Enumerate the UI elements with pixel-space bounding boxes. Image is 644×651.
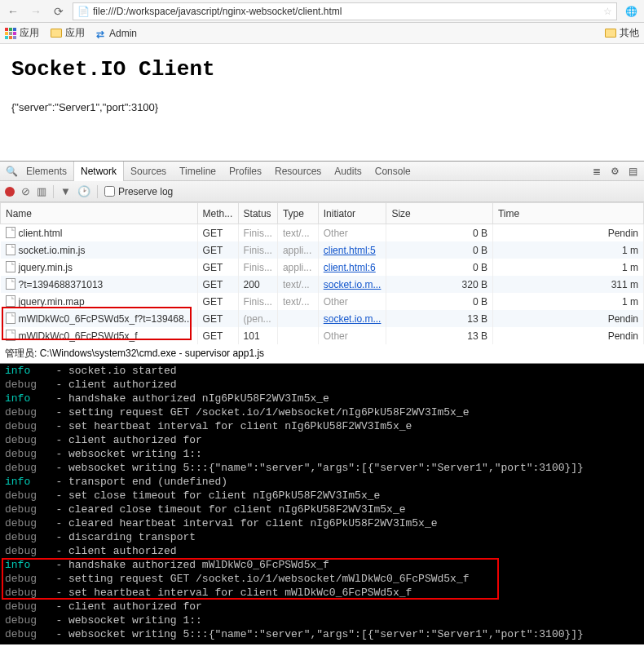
page-payload: {"server":"Server1","port":3100} bbox=[11, 101, 633, 113]
separator bbox=[97, 185, 98, 198]
page-title: Socket.IO Client bbox=[11, 57, 633, 82]
devtools-tab-profiles[interactable]: Profiles bbox=[223, 162, 268, 181]
devtools-tab-console[interactable]: Console bbox=[368, 162, 417, 181]
terminal-line: debug - client authorized for bbox=[0, 433, 644, 447]
network-table: Name Meth... Status Type Initiator Size … bbox=[0, 202, 644, 344]
file-icon bbox=[6, 312, 15, 324]
filter-button[interactable]: ▥ bbox=[37, 185, 46, 197]
file-icon bbox=[6, 244, 15, 255]
bookmark-admin[interactable]: ⇄ Admin bbox=[96, 28, 137, 39]
devtools-tab-audits[interactable]: Audits bbox=[328, 162, 368, 181]
page-content: Socket.IO Client {"server":"Server1","po… bbox=[0, 44, 644, 146]
globe-icon[interactable]: 🌐 bbox=[622, 2, 640, 20]
devtools-tab-sources[interactable]: Sources bbox=[124, 162, 173, 181]
preserve-log-label: Preserve log bbox=[118, 186, 173, 197]
terminal-line: debug - cleared heartbeat interval for c… bbox=[0, 516, 644, 530]
col-status[interactable]: Status bbox=[238, 203, 277, 224]
url-text: file:///D:/workspace/javascript/nginx-we… bbox=[93, 6, 342, 17]
terminal: 管理员: C:\Windows\system32\cmd.exe - super… bbox=[0, 344, 644, 644]
separator bbox=[53, 185, 54, 198]
initiator-link[interactable]: client.html:5 bbox=[324, 245, 376, 256]
network-toolbar: ⊘ ▥ ▼ 🕑 Preserve log bbox=[0, 181, 644, 202]
file-icon bbox=[6, 330, 15, 341]
table-row[interactable]: jquery.min.jsGETFinis...appli...client.h… bbox=[1, 259, 644, 276]
reload-button[interactable]: ⟳ bbox=[50, 2, 68, 20]
devtools-tab-resources[interactable]: Resources bbox=[268, 162, 328, 181]
initiator-link[interactable]: socket.io.m... bbox=[324, 313, 382, 325]
table-row[interactable]: socket.io.min.jsGETFinis...appli...clien… bbox=[1, 241, 644, 259]
file-icon bbox=[6, 278, 15, 290]
terminal-line: debug - setting request GET /socket.io/1… bbox=[0, 572, 644, 586]
terminal-line: debug - websocket writing 5:::{"name":"s… bbox=[0, 627, 644, 641]
filter-icon[interactable]: ▼ bbox=[60, 185, 71, 197]
bookmark-star-icon[interactable]: ☆ bbox=[603, 6, 612, 17]
devtools-right-buttons: ≣ ⚙ ▤ bbox=[589, 166, 641, 177]
drawer-toggle-icon[interactable]: ≣ bbox=[589, 166, 605, 177]
browser-toolbar: ← → ⟳ 📄 file:///D:/workspace/javascript/… bbox=[0, 0, 644, 23]
devtools-tab-network[interactable]: Network bbox=[73, 162, 124, 181]
terminal-line: info - transport end (undefined) bbox=[0, 475, 644, 489]
devtools-tabs: ElementsNetworkSourcesTimelineProfilesRe… bbox=[20, 162, 417, 181]
terminal-line: debug - client authorized bbox=[0, 544, 644, 558]
bookmark-label: Admin bbox=[109, 28, 137, 39]
devtools-tab-timeline[interactable]: Timeline bbox=[173, 162, 223, 181]
col-type[interactable]: Type bbox=[277, 203, 318, 224]
table-row[interactable]: mWlDkWc0_6FcPSWd5x_f?t=139468...GET(pen.… bbox=[1, 310, 644, 327]
table-header-row: Name Meth... Status Type Initiator Size … bbox=[1, 203, 644, 224]
bookmark-label: 其他 bbox=[620, 26, 639, 40]
terminal-title: 管理员: C:\Windows\system32\cmd.exe - super… bbox=[0, 344, 644, 364]
table-row[interactable]: client.htmlGETFinis...text/...Other0 BPe… bbox=[1, 224, 644, 242]
file-icon bbox=[6, 295, 15, 307]
terminal-line: debug - setting request GET /socket.io/1… bbox=[0, 405, 644, 419]
bookmark-other-folder[interactable]: 其他 bbox=[605, 26, 639, 40]
terminal-line: debug - client authorized bbox=[0, 378, 644, 392]
devtools-tab-bar: 🔍 ElementsNetworkSourcesTimelineProfiles… bbox=[0, 162, 644, 181]
terminal-line: debug - websocket writing 5:::{"name":"s… bbox=[0, 461, 644, 475]
table-row[interactable]: jquery.min.mapGETFinis...text/...Other0 … bbox=[1, 293, 644, 310]
inspect-icon[interactable]: 🔍 bbox=[3, 166, 20, 177]
settings-gear-icon[interactable]: ⚙ bbox=[607, 166, 623, 177]
apps-label: 应用 bbox=[20, 26, 39, 40]
terminal-line: debug - cleared close timeout for client… bbox=[0, 503, 644, 516]
file-icon bbox=[6, 227, 15, 238]
dock-icon[interactable]: ▤ bbox=[624, 166, 641, 177]
back-button[interactable]: ← bbox=[4, 2, 22, 20]
terminal-line: info - socket.io started bbox=[0, 364, 644, 378]
devtools-tab-elements[interactable]: Elements bbox=[20, 162, 73, 181]
terminal-line: debug - websocket writing 1:: bbox=[0, 613, 644, 627]
admin-icon: ⇄ bbox=[96, 29, 106, 38]
table-row[interactable]: mWlDkWc0_6FcPSWd5x_fGET101Other13 BPendi… bbox=[1, 327, 644, 344]
preserve-log-checkbox[interactable]: Preserve log bbox=[104, 186, 173, 197]
col-name[interactable]: Name bbox=[1, 203, 198, 224]
record-button[interactable] bbox=[5, 187, 15, 197]
url-bar[interactable]: 📄 file:///D:/workspace/javascript/nginx-… bbox=[73, 2, 617, 20]
col-method[interactable]: Meth... bbox=[197, 203, 238, 224]
bookmark-label: 应用 bbox=[65, 26, 85, 40]
terminal-line: debug - set heartbeat interval for clien… bbox=[0, 419, 644, 433]
terminal-lines: info - socket.io starteddebug - client a… bbox=[0, 364, 644, 641]
bookmark-folder-apps[interactable]: 应用 bbox=[51, 26, 85, 40]
terminal-line: debug - set heartbeat interval for clien… bbox=[0, 586, 644, 600]
clear-button[interactable]: ⊘ bbox=[21, 185, 30, 197]
terminal-line: debug - discarding transport bbox=[0, 530, 644, 544]
preserve-log-input[interactable] bbox=[104, 186, 115, 197]
timeline-icon[interactable]: 🕑 bbox=[77, 185, 90, 197]
initiator-link[interactable]: client.html:6 bbox=[324, 262, 376, 273]
initiator-link[interactable]: socket.io.m... bbox=[324, 279, 382, 290]
terminal-line: debug - client authorized for bbox=[0, 600, 644, 613]
apps-grid-icon bbox=[5, 28, 16, 39]
apps-launcher[interactable]: 应用 bbox=[5, 26, 39, 40]
devtools: 🔍 ElementsNetworkSourcesTimelineProfiles… bbox=[0, 161, 644, 344]
folder-icon bbox=[51, 29, 62, 38]
network-body: Name Meth... Status Type Initiator Size … bbox=[0, 202, 644, 344]
forward-button[interactable]: → bbox=[27, 2, 45, 20]
folder-icon bbox=[605, 29, 616, 38]
col-time[interactable]: Time bbox=[492, 203, 643, 224]
terminal-line: info - handshake authorized nIg6PkU58F2W… bbox=[0, 392, 644, 405]
col-initiator[interactable]: Initiator bbox=[318, 203, 386, 224]
table-row[interactable]: ?t=1394688371013GET200text/...socket.io.… bbox=[1, 276, 644, 293]
terminal-line: info - handshake authorized mWlDkWc0_6Fc… bbox=[0, 558, 644, 572]
terminal-line: debug - set close timeout for client nIg… bbox=[0, 489, 644, 503]
file-icon bbox=[6, 261, 15, 272]
col-size[interactable]: Size bbox=[386, 203, 492, 224]
